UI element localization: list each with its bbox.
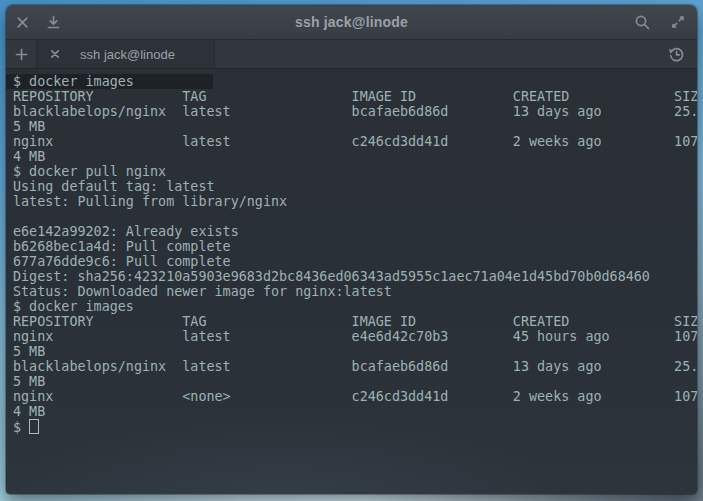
history-icon [668,46,685,63]
tab-close-button[interactable] [43,49,67,59]
plus-icon [15,48,28,61]
terminal-line: $ docker pull nginx [6,164,697,179]
tab-label: ssh jack@linode [67,47,214,62]
terminal-line: Status: Downloaded newer image for nginx… [6,284,697,299]
new-tab-button[interactable] [6,40,37,68]
terminal-line: REPOSITORY TAG IMAGE ID CREATED SIZE [6,89,697,104]
terminal-line: nginx latest e4e6d42c70b3 45 hours ago 1… [6,329,697,344]
close-icon [50,49,60,59]
terminal-line: $ [6,419,697,435]
terminal-output[interactable]: $ docker imagesREPOSITORY TAG IMAGE ID C… [6,69,697,494]
terminal-line: 5 MB [6,374,697,389]
terminal-line: Digest: sha256:423210a5903e9683d2bc8436e… [6,269,697,284]
terminal-line: nginx <none> c246cd3dd41d 2 weeks ago 10… [6,389,697,404]
terminal-line: 677a76dde9c6: Pull complete [6,254,697,269]
terminal-window: ssh jack@linode [6,5,697,494]
tabbar-spacer [215,40,661,68]
tab-ssh-jack-linode[interactable]: ssh jack@linode [37,40,215,68]
terminal-cursor [29,419,39,434]
terminal-line: 5 MB [6,344,697,359]
terminal-line: 5 MB [6,119,697,134]
terminal-line: e6e142a99202: Already exists [6,224,697,239]
terminal-line: $ docker images [6,74,697,89]
terminal-line: blacklabelops/nginx latest bcafaeb6d86d … [6,359,697,374]
close-icon [16,16,29,29]
window-title: ssh jack@linode [6,14,697,30]
download-button[interactable] [42,11,64,33]
history-button[interactable] [661,40,691,68]
terminal-line: blacklabelops/nginx latest bcafaeb6d86d … [6,104,697,119]
fullscreen-button[interactable] [667,11,689,33]
terminal-line: latest: Pulling from library/nginx [6,194,697,209]
search-icon [634,14,651,31]
download-icon [46,15,61,30]
terminal-line: REPOSITORY TAG IMAGE ID CREATED SIZE [6,314,697,329]
terminal-line: b6268bec1a4d: Pull complete [6,239,697,254]
terminal-line: $ docker images [6,299,697,314]
terminal-line: Using default tag: latest [6,179,697,194]
terminal-line: 4 MB [6,149,697,164]
expand-icon [670,14,686,30]
terminal-line: 4 MB [6,404,697,419]
window-close-button[interactable] [11,11,33,33]
terminal-line: nginx latest c246cd3dd41d 2 weeks ago 10… [6,134,697,149]
terminal-line [6,209,697,224]
titlebar: ssh jack@linode [6,5,697,40]
search-button[interactable] [631,11,653,33]
tabbar: ssh jack@linode [6,40,697,69]
